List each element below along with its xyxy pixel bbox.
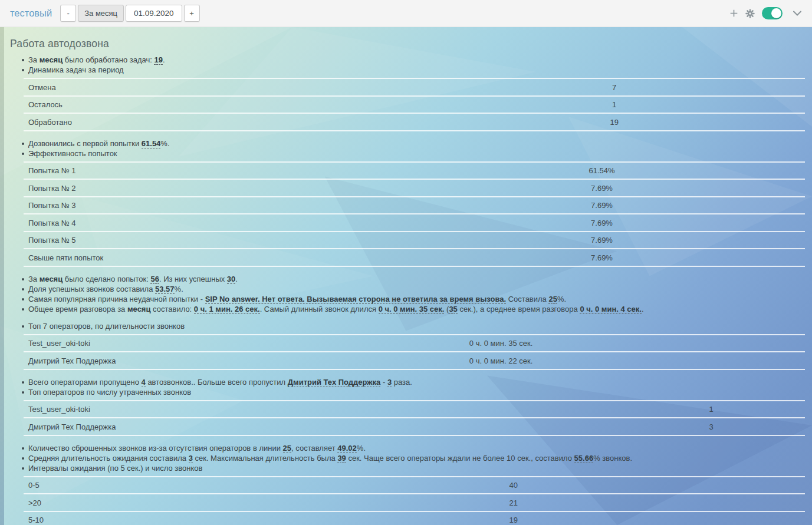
report-blocks: За месяц было обработано задач: 19.Динам… xyxy=(10,55,805,525)
bullet-dot xyxy=(22,381,24,384)
bullet-dot xyxy=(22,325,24,328)
table-row: Попытка № 47.69% xyxy=(24,214,805,232)
tasks-dynamics-table: Отмена7Осталось1Обработано19 xyxy=(24,78,805,131)
table-row: Test_user_oki-toki1 xyxy=(24,401,805,419)
bullet-dot xyxy=(22,153,24,155)
bullet-dot xyxy=(22,69,24,71)
row-value: 0 ч. 0 мин. 35 сек. xyxy=(469,339,532,348)
wait-intervals-table: 0-540>20215-1019 xyxy=(24,476,805,525)
calls-stats-list: За месяц было сделано попыток: 56. Из ни… xyxy=(22,275,805,314)
bullet-item: Средняя длительность ожидания составила … xyxy=(22,454,805,463)
chevron-down-icon[interactable] xyxy=(793,11,801,16)
row-label: Осталось xyxy=(28,100,63,109)
bullet-item: Всего операторами пропущено 4 автозвонко… xyxy=(22,378,805,387)
first-attempt-list: Дозвонились с первой попытки 61.54%.Эффе… xyxy=(22,139,805,159)
table-row: Свыше пяти попыток7.69% xyxy=(24,249,805,267)
table-row: Test_user_oki-toki0 ч. 0 мин. 35 сек. xyxy=(24,335,805,353)
dialer-title-link[interactable]: тестовый xyxy=(10,8,52,19)
row-value: 1 xyxy=(709,405,713,414)
bullet-item: Количество сброшенных звонков из-за отсу… xyxy=(22,444,805,453)
bullet-dot xyxy=(22,298,24,301)
row-label: Свыше пяти попыток xyxy=(28,253,103,262)
bullet-item: Динамика задач за период xyxy=(22,65,805,75)
table-row: 0-540 xyxy=(24,477,805,495)
date-input[interactable]: 01.09.2020 xyxy=(126,5,182,22)
table-row: Дмитрий Тех Поддержка3 xyxy=(24,418,805,436)
bullet-dot xyxy=(22,288,24,290)
row-label: Попытка № 4 xyxy=(28,218,76,227)
gear-icon[interactable] xyxy=(745,9,755,18)
enable-toggle[interactable] xyxy=(762,7,783,19)
row-label: Дмитрий Тех Поддержка xyxy=(28,356,116,365)
bullet-item: Общее время разговора за месяц составило… xyxy=(22,305,805,314)
row-value: 0 ч. 0 мин. 22 сек. xyxy=(469,356,532,365)
row-value: 7.69% xyxy=(591,201,613,210)
top-duration-header-list: Топ 7 операторов, по длительности звонко… xyxy=(22,322,805,331)
bullet-item: Доля успешных звонков составила 53.57%. xyxy=(22,285,805,294)
row-label: Попытка № 3 xyxy=(28,201,76,210)
row-value: 7.69% xyxy=(591,218,613,227)
row-value: 19 xyxy=(610,117,618,126)
bullet-dot xyxy=(22,467,24,470)
bullet-dot xyxy=(22,457,24,460)
row-value: 7.69% xyxy=(591,183,613,192)
bullet-dot xyxy=(22,308,24,311)
row-value: 3 xyxy=(709,422,713,431)
table-row: Дмитрий Тех Поддержка0 ч. 0 мин. 22 сек. xyxy=(24,352,805,370)
row-value: 21 xyxy=(509,498,518,507)
table-row: >2021 xyxy=(24,494,805,512)
row-value: 7.69% xyxy=(591,236,613,245)
row-value: 1 xyxy=(612,100,616,109)
row-label: Попытка № 1 xyxy=(28,166,76,175)
bullet-item: За месяц было обработано задач: 19. xyxy=(22,55,805,65)
bullet-item: Дозвонились с первой попытки 61.54%. xyxy=(22,139,805,148)
bullet-dot xyxy=(22,143,24,145)
topbar: тестовый - За месяц 01.09.2020 + xyxy=(0,0,812,27)
table-row: Попытка № 37.69% xyxy=(24,197,805,215)
period-prev-button[interactable]: - xyxy=(60,5,76,22)
missed-calls-list: Всего операторами пропущено 4 автозвонко… xyxy=(22,378,805,397)
table-row: Обработано19 xyxy=(24,114,805,131)
report-background: Работа автодозвона За месяц было обработ… xyxy=(0,27,812,525)
table-row: 5-1019 xyxy=(24,512,805,525)
bullet-item: Самая популярная причина неудачной попыт… xyxy=(22,295,805,304)
attempts-efficiency-table: Попытка № 161.54%Попытка № 27.69%Попытка… xyxy=(24,161,805,267)
row-label: 0-5 xyxy=(28,481,40,490)
bullet-dot xyxy=(22,447,24,450)
missed-calls-table: Test_user_oki-toki1Дмитрий Тех Поддержка… xyxy=(24,400,805,436)
topbar-actions xyxy=(729,7,812,19)
row-value: 19 xyxy=(509,516,518,524)
bullet-dot xyxy=(22,59,24,61)
table-row: Попытка № 161.54% xyxy=(24,163,805,180)
row-value: 7.69% xyxy=(591,253,613,262)
row-label: >20 xyxy=(28,498,41,507)
row-label: Обработано xyxy=(28,117,72,126)
waiting-stats-list: Количество сброшенных звонков из-за отсу… xyxy=(22,444,805,473)
row-value: 7 xyxy=(612,82,616,91)
table-row: Отмена7 xyxy=(24,79,805,97)
operators-duration-table: Test_user_oki-toki0 ч. 0 мин. 35 сек.Дми… xyxy=(24,334,805,370)
row-label: Попытка № 5 xyxy=(28,236,76,245)
period-controls: - За месяц 01.09.2020 + xyxy=(60,5,199,22)
autodial-report: Работа автодозвона За месяц было обработ… xyxy=(0,27,812,525)
bullet-dot xyxy=(22,278,24,280)
row-label: Test_user_oki-toki xyxy=(28,405,90,414)
row-value: 61.54% xyxy=(589,166,614,175)
bullet-item: Топ операторов по числу утраченных звонк… xyxy=(22,388,805,397)
row-label: Отмена xyxy=(28,82,56,91)
row-label: Test_user_oki-toki xyxy=(28,339,90,348)
period-next-button[interactable]: + xyxy=(184,5,200,22)
table-row: Попытка № 57.69% xyxy=(24,232,805,250)
table-row: Попытка № 27.69% xyxy=(24,180,805,197)
toggle-knob xyxy=(771,8,781,18)
row-label: 5-10 xyxy=(28,516,44,524)
bullet-item: Эффективность попыток xyxy=(22,149,805,159)
bullet-item: Топ 7 операторов, по длительности звонко… xyxy=(22,322,805,331)
plus-icon[interactable] xyxy=(729,9,738,18)
bullet-dot xyxy=(22,391,24,394)
period-mode-button[interactable]: За месяц xyxy=(78,5,124,22)
bullet-item: Интервалы ожидания (по 5 сек.) и число з… xyxy=(22,464,805,473)
table-row: Осталось1 xyxy=(24,97,805,114)
row-value: 40 xyxy=(509,481,518,490)
row-label: Попытка № 2 xyxy=(28,183,76,192)
